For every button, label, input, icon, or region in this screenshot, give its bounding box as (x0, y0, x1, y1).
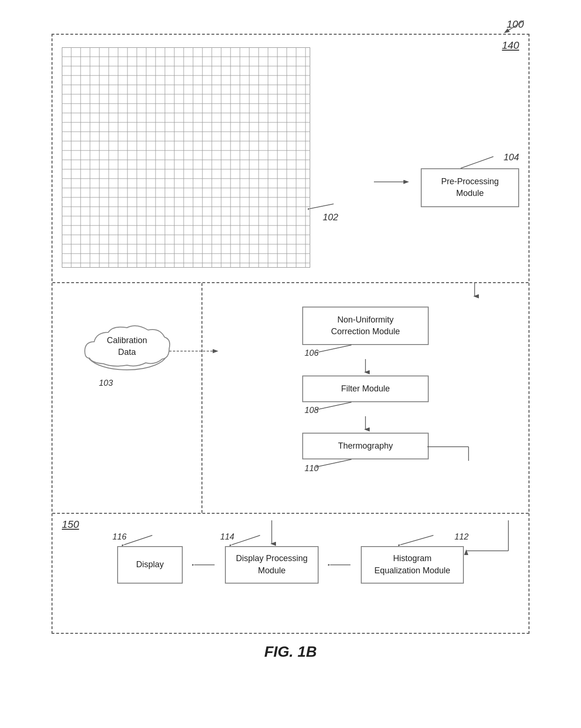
hist-label: HistogramEqualization Module (374, 553, 450, 576)
svg-line-71 (124, 535, 152, 545)
preprocessing-module: Pre-ProcessingModule (421, 168, 519, 207)
bottom-section: 150 116 Display (52, 513, 529, 616)
svg-line-0 (505, 21, 524, 32)
display-container: 116 Display (117, 546, 183, 584)
filter-module-container: Filter Module 108 (302, 375, 429, 402)
grid-ref-arrow (308, 197, 336, 216)
nuc-module-container: Non-UniformityCorrection Module 106 (302, 307, 429, 345)
nuc-ref-arrow (316, 343, 354, 357)
filter-to-thermo-arrow (361, 416, 370, 433)
svg-line-53 (461, 157, 493, 168)
thermo-ref-arrow (316, 457, 354, 471)
thermo-right-line (426, 433, 471, 461)
histogram-container: 112 HistogramEqualization Module (361, 546, 464, 584)
nuc-module-label: Non-UniformityCorrection Module (331, 315, 400, 336)
calibration-label: CalibrationData (80, 335, 174, 358)
pipeline-section: Non-UniformityCorrection Module 106 (202, 283, 529, 513)
svg-line-70 (319, 459, 351, 466)
display-label: Display (136, 559, 164, 570)
nuc-to-filter-arrow (361, 359, 370, 375)
filter-ref-arrow (316, 400, 354, 414)
histogram-module: HistogramEqualization Module (361, 546, 464, 584)
dp-label: Display ProcessingModule (236, 553, 307, 576)
svg-line-64 (319, 345, 351, 352)
hist-to-dp-arrow (328, 560, 351, 570)
figure-caption: FIG. 1B (264, 643, 317, 660)
outer-box: 100 140 // This won't execute inside SVG… (52, 34, 529, 634)
middle-section: CalibrationData 103 (52, 283, 529, 513)
page-container: 100 140 // This won't execute inside SVG… (33, 24, 548, 704)
top-section: 140 // This won't execute inside SVG, we… (52, 35, 529, 283)
preprocessing-module-container: 104 Pre-ProcessingModule (421, 168, 519, 207)
thermo-to-hist-line (462, 520, 511, 567)
thermo-down-arrow (267, 520, 276, 548)
display-module: Display (117, 546, 183, 584)
grid-array-container: // This won't execute inside SVG, we'll … (62, 47, 310, 270)
preproc-to-nuc (470, 283, 479, 300)
nuc-module: Non-UniformityCorrection Module (302, 307, 429, 345)
top-section-label: 140 (502, 39, 519, 52)
filter-module-label: Filter Module (341, 384, 390, 393)
thermography-label: Thermography (338, 441, 393, 450)
calibration-section: CalibrationData 103 (52, 283, 202, 513)
filter-module: Filter Module (302, 375, 429, 402)
display-processing-module: Display ProcessingModule (225, 546, 319, 584)
bottom-section-label: 150 (62, 518, 79, 531)
preprocessing-module-label: Pre-ProcessingModule (441, 177, 499, 198)
grid-array: // This won't execute inside SVG, we'll … (62, 47, 310, 268)
preproc-ref: 104 (504, 152, 519, 163)
dp-to-display-arrow (192, 560, 216, 570)
grid-to-preproc-arrow (374, 177, 411, 188)
thermography-module: Thermography (302, 433, 429, 459)
calibration-ref: 103 (99, 378, 113, 388)
svg-line-66 (319, 402, 351, 409)
svg-line-51 (310, 204, 334, 209)
svg-line-76 (401, 535, 433, 545)
thermography-module-container: Thermography 110 (302, 433, 429, 459)
display-processing-container: 114 Display ProcessingModule (225, 546, 319, 584)
calibration-data-container: CalibrationData 103 (80, 321, 174, 374)
svg-line-73 (232, 535, 260, 545)
